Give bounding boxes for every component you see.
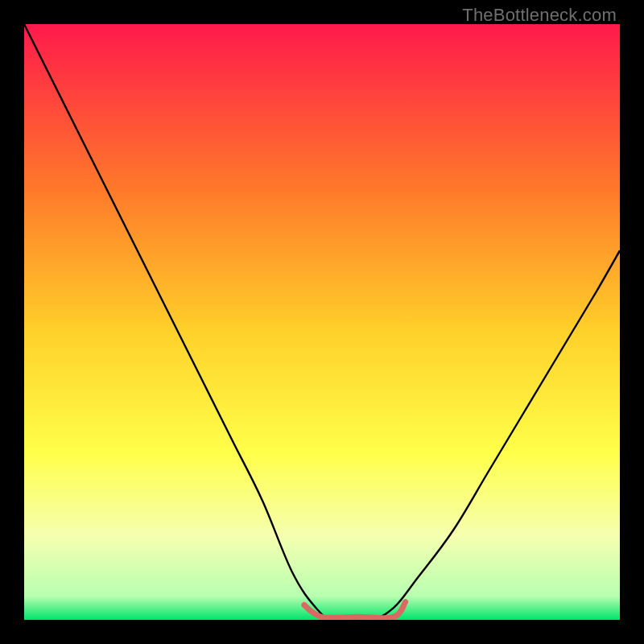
plot-area [24, 24, 620, 620]
bottleneck-curve-layer [24, 24, 620, 620]
watermark-text: TheBottleneck.com [462, 5, 617, 26]
bottleneck-curve [24, 24, 620, 620]
